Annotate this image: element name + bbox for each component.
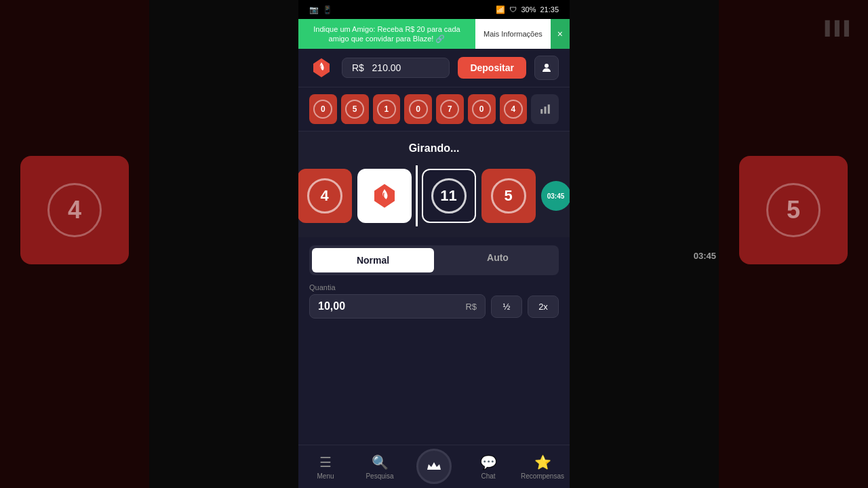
mode-tabs: Normal Auto bbox=[309, 245, 559, 275]
chat-icon: 💬 bbox=[480, 454, 497, 470]
result-tile: 0 bbox=[468, 94, 496, 124]
result-tile: 5 bbox=[341, 94, 369, 124]
banner-more-button[interactable]: Mais Informações bbox=[475, 19, 551, 49]
status-left: 📷 📱 bbox=[309, 5, 332, 14]
app-header: R$ 210.00 Depositar bbox=[298, 49, 570, 87]
search-icon: 🔍 bbox=[372, 454, 389, 470]
result-tile: 7 bbox=[436, 94, 464, 124]
bet-label: Quantia bbox=[309, 283, 559, 291]
spin-area: Girando... 4 11 bbox=[298, 131, 570, 237]
status-right: 📶 🛡 30% 21:35 bbox=[496, 5, 559, 14]
search-label: Pesquisa bbox=[366, 472, 393, 480]
bottom-nav: ☰ Menu 🔍 Pesquisa 💬 Chat ⭐ Recompensas bbox=[298, 445, 570, 488]
spin-cards-row: 4 11 5 03:45 bbox=[298, 165, 570, 226]
menu-label: Menu bbox=[317, 472, 334, 480]
balance-prefix: R$ bbox=[352, 62, 364, 73]
tab-normal[interactable]: Normal bbox=[312, 248, 434, 272]
wifi-icon: 🛡 bbox=[509, 5, 517, 14]
profile-button[interactable] bbox=[534, 56, 559, 80]
timer-circle: 03:45 bbox=[541, 181, 570, 211]
nav-search[interactable]: 🔍 Pesquisa bbox=[353, 449, 407, 485]
rewards-icon: ⭐ bbox=[534, 454, 551, 470]
half-button[interactable]: ½ bbox=[491, 296, 522, 318]
bg-left-panel-2 bbox=[149, 0, 298, 488]
spin-card-logo bbox=[357, 169, 412, 223]
result-tile: 1 bbox=[373, 94, 401, 124]
banner-text: Indique um Amigo: Receba R$ 20 para cada… bbox=[298, 19, 475, 49]
time-label: 21:35 bbox=[540, 5, 559, 14]
result-tile: 0 bbox=[404, 94, 432, 124]
stats-button[interactable] bbox=[531, 94, 559, 124]
balance-value: 210.00 bbox=[372, 62, 401, 73]
nav-menu[interactable]: ☰ Menu bbox=[298, 449, 353, 485]
result-tile: 4 bbox=[500, 94, 528, 124]
bg-timer: 03:45 bbox=[694, 251, 716, 261]
bg-right-panel: 5 bbox=[719, 0, 868, 488]
nav-chat[interactable]: 💬 Chat bbox=[461, 449, 515, 485]
svg-point-1 bbox=[545, 64, 549, 68]
result-tile: 0 bbox=[309, 94, 337, 124]
battery-label: 30% bbox=[521, 5, 536, 14]
banner-close-button[interactable]: × bbox=[551, 19, 570, 49]
status-bar: 📷 📱 📶 🛡 30% 21:35 bbox=[298, 0, 570, 19]
bet-currency: R$ bbox=[465, 302, 477, 312]
spin-card-4: 4 bbox=[298, 169, 352, 223]
nav-home[interactable] bbox=[407, 443, 461, 489]
chat-label: Chat bbox=[481, 472, 495, 480]
svg-rect-2 bbox=[540, 109, 542, 114]
bet-section: Quantia 10,00 R$ ½ 2x bbox=[298, 283, 570, 319]
rewards-label: Recompensas bbox=[521, 472, 564, 480]
spin-divider bbox=[416, 165, 418, 226]
spin-label: Girando... bbox=[298, 142, 570, 155]
crown-button[interactable] bbox=[416, 449, 452, 484]
svg-rect-4 bbox=[547, 104, 549, 114]
phone-container: 📷 📱 📶 🛡 30% 21:35 Indique um Amigo: Rece… bbox=[298, 0, 570, 488]
bg-left-panel: 4 bbox=[0, 0, 149, 488]
svg-rect-3 bbox=[544, 106, 546, 114]
signal-icon: 📶 bbox=[496, 5, 505, 14]
bet-input-wrap: 10,00 R$ bbox=[309, 294, 486, 319]
referral-banner: Indique um Amigo: Receba R$ 20 para cada… bbox=[298, 19, 570, 49]
bg-bars-icon: ▐▐▐ bbox=[820, 20, 849, 36]
blaze-logo bbox=[309, 56, 334, 80]
video-icon: 📱 bbox=[323, 5, 332, 14]
bet-row: 10,00 R$ ½ 2x bbox=[309, 294, 559, 319]
camera-icon: 📷 bbox=[309, 5, 319, 14]
deposit-button[interactable]: Depositar bbox=[458, 57, 526, 79]
spin-card-5: 5 bbox=[481, 169, 536, 223]
bg-right-panel-1 bbox=[570, 0, 719, 488]
results-row: 0 5 1 0 7 0 4 bbox=[298, 87, 570, 131]
bet-value: 10,00 bbox=[318, 300, 465, 312]
nav-rewards[interactable]: ⭐ Recompensas bbox=[515, 449, 570, 485]
menu-icon: ☰ bbox=[319, 454, 332, 470]
tab-auto[interactable]: Auto bbox=[437, 245, 559, 275]
spin-card-11: 11 bbox=[422, 169, 476, 223]
balance-display: R$ 210.00 bbox=[342, 58, 450, 78]
double-button[interactable]: 2x bbox=[528, 296, 559, 318]
